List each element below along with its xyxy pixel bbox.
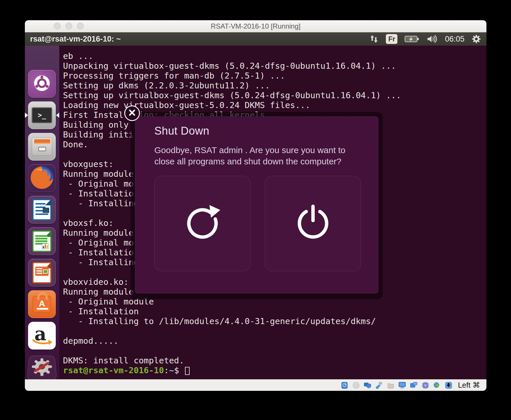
terminal-line: Setting up dkms (2.2.0.3-2ubuntu11.2) ..… (63, 81, 401, 90)
close-icon (128, 109, 136, 118)
mac-titlebar: RSAT-VM-2016-10 [Running] (25, 20, 486, 32)
window-title: RSAT-VM-2016-10 [Running] (25, 20, 486, 32)
close-window-button[interactable] (54, 23, 61, 29)
dialog-message-line1: Goodbye, RSAT admin . Are you sure you w… (154, 144, 345, 156)
network-arrows-icon[interactable] (369, 34, 379, 44)
power-icon (291, 201, 335, 246)
terminal-line (63, 326, 401, 336)
minimize-window-button[interactable] (65, 23, 72, 29)
libreoffice-calc-icon (32, 231, 51, 252)
session-title: rsat@rsat-vm-2016-10: ~ (30, 35, 121, 44)
clock[interactable]: 06:05 (445, 35, 464, 44)
terminal-prompt-line: rsat@rsat-vm-2016-10:~$ (63, 365, 401, 375)
recording-icon[interactable] (410, 381, 418, 389)
terminal-line: Unpacking virtualbox-guest-dkms (5.0.24-… (63, 61, 401, 71)
prompt-symbol: $ (174, 365, 184, 375)
prompt-path: ~ (169, 365, 174, 375)
optical-disc-icon[interactable] (352, 381, 360, 389)
session-gear-icon[interactable] (471, 34, 481, 44)
sidebar-item-dash[interactable] (28, 70, 56, 98)
terminal-line: eb ... (63, 51, 401, 61)
drag-drop-icon[interactable] (433, 381, 441, 389)
sidebar-item-software-center[interactable]: A (28, 290, 56, 318)
shared-folders-icon[interactable] (387, 381, 395, 389)
network-icon[interactable] (364, 381, 371, 389)
dialog-message: Goodbye, RSAT admin . Are you sure you w… (154, 144, 345, 167)
restart-button[interactable] (154, 176, 251, 271)
restart-icon (181, 201, 224, 246)
host-key-label: Left ⌘ (458, 381, 480, 390)
libreoffice-writer-icon (32, 199, 51, 220)
usb-icon[interactable] (375, 381, 383, 389)
shutdown-button[interactable] (265, 176, 361, 271)
indicator-tray: Fr 06:05 (369, 34, 481, 44)
system-settings-icon (30, 358, 53, 378)
file-archive-icon (32, 138, 52, 156)
cpu-features-icon[interactable]: V (421, 381, 429, 389)
dialog-title: Shut Down (154, 125, 209, 137)
sidebar-item-terminal[interactable]: >_ (28, 101, 56, 129)
sidebar-item-system-settings[interactable] (27, 356, 57, 379)
folder-files (34, 139, 50, 143)
dialog-message-line2: close all programs and shut down the com… (154, 156, 345, 167)
hard-disk-icon[interactable] (340, 381, 348, 389)
amazon-icon: a (30, 324, 53, 347)
sidebar-item-amazon[interactable]: a (28, 322, 56, 350)
mouse-integration-icon[interactable] (445, 381, 452, 389)
volume-icon[interactable] (426, 35, 438, 43)
ubuntu-top-panel: rsat@rsat-vm-2016-10: ~ Fr (25, 32, 486, 46)
shutdown-dialog: Shut Down Goodbye, RSAT admin . Are you … (135, 116, 378, 293)
battery-icon[interactable] (404, 35, 419, 43)
terminal-line: Loading new virtualbox-guest-5.0.24 DKMS… (63, 100, 401, 110)
focused-app-pip-icon (56, 113, 59, 118)
terminal-line: Setting up virtualbox-guest-dkms (5.0.24… (63, 90, 401, 100)
keyboard-layout-badge[interactable]: Fr (386, 34, 397, 44)
terminal-line: - Installing to /lib/modules/4.4.0-31-ge… (63, 316, 401, 326)
desktop-background: RSAT-VM-2016-10 [Running] rsat@rsat-vm-2… (0, 0, 511, 420)
sidebar-item-firefox[interactable] (28, 164, 56, 192)
terminal-line: DKMS: install completed. (63, 356, 401, 365)
svg-text:V: V (424, 384, 427, 388)
virtualbox-statusbar: V Left ⌘ (25, 379, 486, 391)
terminal-line: Processing triggers for man-db (2.7.5-1)… (63, 71, 401, 81)
unity-launcher: >_ (25, 46, 59, 379)
display-icon[interactable] (398, 381, 406, 389)
terminal-cursor[interactable] (185, 367, 190, 375)
firefox-icon (29, 165, 54, 191)
sidebar-item-archive[interactable] (28, 133, 56, 161)
terminal-line: - Installation (63, 306, 401, 316)
prompt-user-host: rsat@rsat-vm-2016-10 (63, 365, 164, 375)
sidebar-item-calc[interactable] (28, 227, 56, 255)
zoom-window-button[interactable] (77, 23, 84, 29)
sidebar-item-writer[interactable] (28, 196, 56, 224)
prompt-separator: : (164, 365, 169, 375)
libreoffice-impress-icon (32, 262, 51, 283)
sidebar-item-impress[interactable] (28, 259, 56, 287)
dialog-close-button[interactable] (124, 105, 140, 121)
software-center-icon: A (33, 296, 51, 313)
running-app-pip-icon (25, 113, 28, 118)
ubuntu-dash-icon (33, 74, 51, 93)
terminal-line: depmod..... (63, 336, 401, 346)
terminal-icon: >_ (32, 107, 52, 123)
terminal-line (63, 346, 401, 356)
virtualbox-vm-window: RSAT-VM-2016-10 [Running] rsat@rsat-vm-2… (25, 20, 486, 391)
